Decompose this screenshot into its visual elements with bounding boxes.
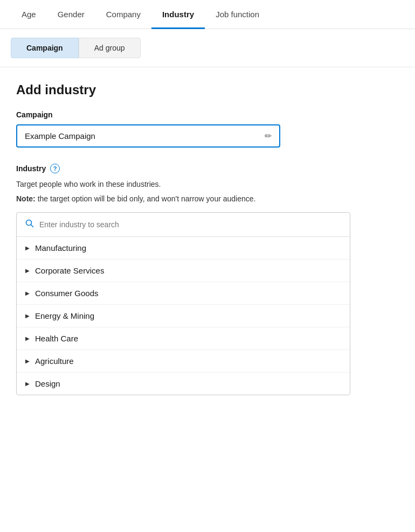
campaign-field: Campaign Example Campaign ✏	[16, 110, 399, 148]
arrow-icon-design: ▶	[25, 381, 30, 387]
industry-label-row: Industry ?	[16, 164, 399, 173]
industry-list-item-agriculture[interactable]: ▶Agriculture	[17, 350, 350, 373]
top-nav-item-job-function[interactable]: Job function	[205, 0, 270, 29]
industry-list-item-manufacturing[interactable]: ▶Manufacturing	[17, 237, 350, 260]
industry-name-consumer-goods: Consumer Goods	[35, 289, 99, 298]
arrow-icon-manufacturing: ▶	[25, 245, 30, 251]
top-nav-item-gender[interactable]: Gender	[47, 0, 95, 29]
industry-search-input[interactable]	[39, 220, 341, 229]
main-content: Add industry Campaign Example Campaign ✏…	[0, 67, 415, 410]
industry-name-agriculture: Agriculture	[35, 356, 74, 366]
industry-search-box: ▶Manufacturing▶Corporate Services▶Consum…	[16, 212, 350, 395]
industry-list-item-health-care[interactable]: ▶Health Care	[17, 327, 350, 350]
arrow-icon-energy-mining: ▶	[25, 313, 30, 319]
industry-name-health-care: Health Care	[35, 334, 78, 343]
search-icon	[25, 219, 34, 230]
top-nav-item-company[interactable]: Company	[95, 0, 151, 29]
top-navigation: AgeGenderCompanyIndustryJob function	[0, 0, 415, 29]
industry-section: Industry ? Target people who work in the…	[16, 164, 399, 395]
industry-list: ▶Manufacturing▶Corporate Services▶Consum…	[17, 237, 350, 395]
help-icon[interactable]: ?	[50, 164, 60, 173]
industry-description-note: Note: the target option will be bid only…	[16, 193, 399, 205]
arrow-icon-agriculture: ▶	[25, 358, 30, 364]
top-nav-item-industry[interactable]: Industry	[151, 0, 205, 29]
industry-name-corporate-services: Corporate Services	[35, 266, 104, 275]
industry-name-manufacturing: Manufacturing	[35, 243, 86, 253]
sub-tab-ad-group[interactable]: Ad group	[79, 38, 141, 58]
industry-list-item-energy-mining[interactable]: ▶Energy & Mining	[17, 305, 350, 327]
industry-label: Industry	[16, 164, 46, 173]
page-title: Add industry	[16, 82, 399, 97]
industry-name-design: Design	[35, 379, 60, 388]
note-bold: Note:	[16, 194, 36, 203]
campaign-input-wrapper[interactable]: Example Campaign ✏	[16, 124, 280, 148]
arrow-icon-consumer-goods: ▶	[25, 290, 30, 296]
sub-tabs: CampaignAd group	[0, 29, 415, 67]
industry-description-line2: the target option will be bid only, and …	[36, 194, 256, 203]
industry-name-energy-mining: Energy & Mining	[35, 311, 94, 320]
industry-description-line1: Target people who work in these industri…	[16, 179, 399, 190]
svg-line-1	[31, 225, 33, 227]
sub-tab-campaign[interactable]: Campaign	[11, 38, 79, 58]
campaign-field-label: Campaign	[16, 110, 399, 119]
top-nav-item-age[interactable]: Age	[11, 0, 47, 29]
campaign-input-value: Example Campaign	[25, 131, 265, 141]
arrow-icon-corporate-services: ▶	[25, 268, 30, 274]
industry-list-item-corporate-services[interactable]: ▶Corporate Services	[17, 260, 350, 282]
edit-icon[interactable]: ✏	[265, 131, 272, 141]
industry-list-item-consumer-goods[interactable]: ▶Consumer Goods	[17, 282, 350, 305]
industry-search-row	[17, 213, 350, 237]
arrow-icon-health-care: ▶	[25, 335, 30, 341]
industry-list-item-design[interactable]: ▶Design	[17, 373, 350, 395]
